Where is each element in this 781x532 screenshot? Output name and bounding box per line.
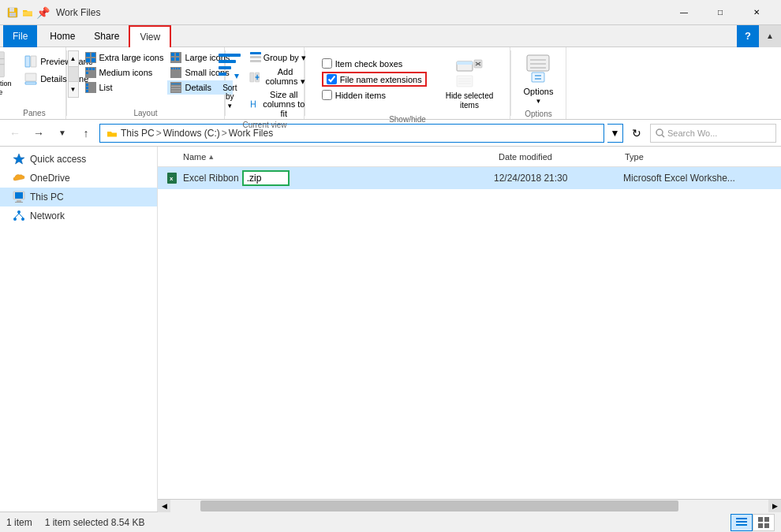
details-view-toggle[interactable] bbox=[731, 514, 753, 531]
svg-rect-54 bbox=[457, 61, 473, 65]
svg-rect-9 bbox=[31, 56, 36, 67]
layout-group-label: Layout bbox=[133, 109, 157, 117]
col-header-name[interactable]: Name ▲ bbox=[180, 147, 495, 166]
hidden-items-row[interactable]: Hidden items bbox=[322, 90, 427, 100]
quick-access-label: Quick access bbox=[30, 154, 86, 165]
hscroll-left-button[interactable]: ◀ bbox=[158, 500, 170, 512]
address-dropdown[interactable]: ▼ bbox=[607, 124, 623, 143]
maximize-button[interactable]: □ bbox=[702, 0, 738, 25]
svg-rect-41 bbox=[219, 73, 226, 76]
sidebar-item-this-pc[interactable]: This PC bbox=[0, 188, 157, 206]
list-label: List bbox=[99, 83, 113, 92]
item-check-boxes-checkbox[interactable] bbox=[322, 58, 332, 69]
computer-icon bbox=[13, 191, 25, 203]
svg-marker-42 bbox=[234, 74, 239, 79]
file-name-extensions-checkbox[interactable] bbox=[327, 74, 337, 84]
hscroll-thumb[interactable] bbox=[200, 500, 678, 512]
sort-by-button[interactable]: Sortby ▼ bbox=[217, 50, 243, 110]
tab-file[interactable]: File bbox=[3, 25, 37, 47]
medium-icons-button[interactable]: Medium icons bbox=[82, 65, 167, 80]
svg-line-80 bbox=[19, 214, 23, 218]
svg-rect-16 bbox=[171, 53, 174, 56]
sidebar-item-network[interactable]: Network bbox=[0, 206, 157, 225]
extra-large-icons-label: Extra large icons bbox=[99, 53, 164, 62]
refresh-button[interactable]: ↻ bbox=[626, 123, 647, 143]
svg-rect-29 bbox=[90, 84, 95, 84]
svg-rect-13 bbox=[92, 53, 95, 57]
network-label: Network bbox=[30, 210, 65, 221]
sidebar-item-onedrive[interactable]: OneDrive bbox=[0, 169, 157, 188]
layout-scroll-up[interactable]: ▲ bbox=[69, 51, 78, 67]
item-check-boxes-label: Item check boxes bbox=[335, 59, 403, 69]
search-box[interactable]: Search Wo... bbox=[650, 124, 776, 143]
svg-rect-26 bbox=[176, 68, 178, 69]
hscroll-right-button[interactable]: ▶ bbox=[768, 500, 781, 512]
svg-rect-73 bbox=[15, 192, 23, 199]
file-name-extensions-label: File name extensions bbox=[340, 75, 422, 84]
svg-rect-20 bbox=[86, 68, 88, 70]
svg-rect-28 bbox=[86, 84, 88, 86]
network-icon bbox=[13, 210, 25, 222]
tab-share[interactable]: Share bbox=[84, 25, 129, 47]
options-button[interactable]: Options ▼ bbox=[518, 50, 560, 108]
sort-arrow: ▲ bbox=[207, 153, 215, 161]
details-label: Details bbox=[185, 83, 211, 92]
tab-home[interactable]: Home bbox=[40, 25, 84, 47]
recent-locations-button[interactable]: ▼ bbox=[52, 123, 73, 143]
svg-rect-35 bbox=[171, 86, 181, 87]
back-button[interactable]: ← bbox=[5, 123, 25, 143]
svg-point-69 bbox=[656, 129, 663, 136]
navigation-pane-button[interactable]: Navigationpane ▼ bbox=[0, 50, 18, 106]
hide-selected-items-button[interactable]: Hide selecteditems bbox=[439, 55, 500, 113]
list-button[interactable]: List bbox=[82, 80, 167, 95]
item-check-boxes-row[interactable]: Item check boxes bbox=[322, 58, 427, 69]
file-name-extension-edit[interactable] bbox=[242, 170, 290, 186]
svg-rect-21 bbox=[89, 68, 92, 70]
svg-rect-15 bbox=[92, 58, 95, 62]
quick-save-icon[interactable] bbox=[6, 6, 19, 19]
svg-rect-18 bbox=[171, 58, 174, 61]
close-button[interactable]: ✕ bbox=[738, 0, 775, 25]
svg-rect-86 bbox=[758, 517, 763, 522]
svg-rect-85 bbox=[736, 524, 747, 526]
file-list: x Excel Ribbon 12/24/2018 21:30 Microsof… bbox=[158, 167, 781, 499]
show-hide-group-label: Show/hide bbox=[389, 115, 426, 124]
help-button[interactable]: ? bbox=[737, 25, 759, 47]
svg-rect-39 bbox=[219, 60, 236, 63]
table-row[interactable]: x Excel Ribbon 12/24/2018 21:30 Microsof… bbox=[158, 167, 781, 189]
group-by-button[interactable]: Group by ▾ bbox=[246, 50, 312, 65]
size-columns-button[interactable]: Size all columns to fit bbox=[246, 89, 312, 119]
selected-info: 1 item selected 8.54 KB bbox=[45, 517, 145, 528]
address-path[interactable]: This PC > Windows (C:) > Work Files bbox=[99, 124, 604, 143]
tab-view[interactable]: View bbox=[129, 25, 171, 47]
col-header-type[interactable]: Type bbox=[622, 147, 775, 166]
svg-point-77 bbox=[13, 218, 17, 221]
minimize-button[interactable]: — bbox=[666, 0, 702, 25]
file-name-extensions-row[interactable]: File name extensions bbox=[322, 72, 427, 87]
up-button[interactable]: ↑ bbox=[76, 123, 96, 143]
svg-line-70 bbox=[662, 135, 664, 137]
extra-large-icons-button[interactable]: Extra large icons bbox=[82, 50, 167, 65]
svg-marker-71 bbox=[13, 154, 24, 164]
sidebar-item-quick-access[interactable]: Quick access bbox=[0, 150, 157, 169]
sort-by-dropdown: ▼ bbox=[226, 102, 233, 110]
hscroll-track[interactable] bbox=[170, 500, 768, 512]
pin-icon[interactable]: 📌 bbox=[36, 6, 50, 19]
ribbon-collapse-button[interactable]: ▲ bbox=[759, 25, 781, 47]
layout-scroll-down[interactable]: ▼ bbox=[69, 81, 78, 97]
svg-rect-37 bbox=[171, 91, 181, 91]
forward-button[interactable]: → bbox=[28, 123, 49, 143]
file-type: Microsoft Excel Workshe... bbox=[623, 173, 775, 184]
star-icon bbox=[13, 153, 25, 166]
hidden-items-label: Hidden items bbox=[335, 91, 386, 100]
large-view-toggle[interactable] bbox=[753, 514, 775, 531]
view-toggle bbox=[731, 514, 775, 531]
col-header-date[interactable]: Date modified bbox=[495, 147, 622, 166]
sort-by-label: Sortby bbox=[222, 84, 237, 101]
add-columns-button[interactable]: Add columns ▾ bbox=[246, 66, 312, 87]
col-name-label: Name bbox=[183, 152, 206, 162]
svg-rect-34 bbox=[171, 84, 181, 84]
svg-rect-38 bbox=[219, 54, 241, 57]
search-placeholder: Search Wo... bbox=[667, 128, 717, 138]
hidden-items-checkbox[interactable] bbox=[322, 90, 332, 100]
